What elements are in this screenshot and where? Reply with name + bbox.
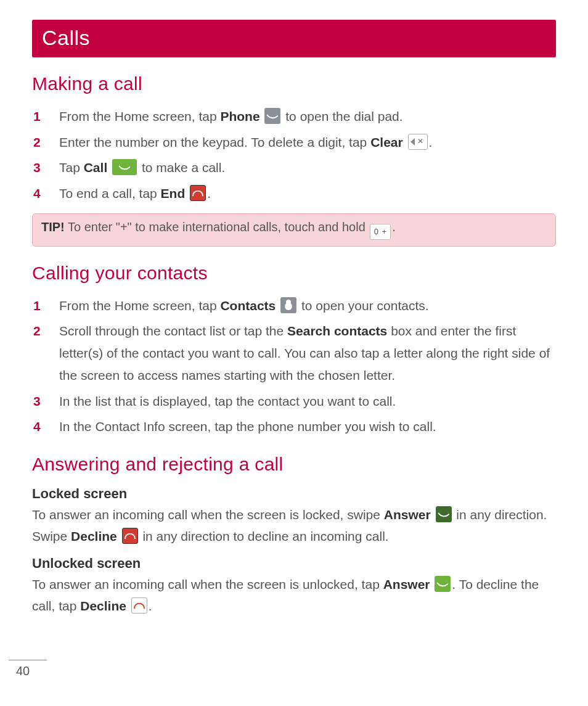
step-3: In the list that is displayed, tap the c… bbox=[32, 390, 556, 413]
page-number: 40 bbox=[9, 664, 47, 678]
call-icon bbox=[112, 159, 137, 175]
end-call-icon bbox=[190, 185, 206, 201]
page-number-wrap: 40 bbox=[9, 660, 47, 678]
step-2: Scroll through the contact list or tap t… bbox=[32, 320, 556, 386]
tip-label: TIP! bbox=[41, 220, 65, 234]
step-1: From the Home screen, tap Phone to open … bbox=[32, 105, 556, 128]
unlocked-paragraph: To answer an incoming call when the scre… bbox=[32, 574, 556, 617]
section-heading-answer: Answering and rejecting a call bbox=[32, 454, 556, 475]
decline-icon bbox=[122, 528, 138, 544]
step-4: In the Contact Info screen, tap the phon… bbox=[32, 416, 556, 438]
step-4: To end a call, tap End . bbox=[32, 183, 556, 205]
zero-plus-key-icon: 0 + bbox=[370, 224, 391, 240]
subheading-unlocked: Unlocked screen bbox=[32, 556, 556, 572]
step-3: Tap Call to make a call. bbox=[32, 157, 556, 179]
steps-making: From the Home screen, tap Phone to open … bbox=[32, 105, 556, 205]
subheading-locked: Locked screen bbox=[32, 486, 556, 502]
phone-icon bbox=[264, 108, 280, 124]
decline-icon bbox=[131, 597, 147, 614]
page-title: Calls bbox=[42, 26, 90, 49]
section-heading-contacts: Calling your contacts bbox=[32, 263, 556, 284]
locked-paragraph: To answer an incoming call when the scre… bbox=[32, 504, 556, 547]
section-heading-making: Making a call bbox=[32, 73, 556, 94]
clear-icon bbox=[408, 134, 428, 150]
step-1: From the Home screen, tap Contacts to op… bbox=[32, 295, 556, 317]
page-title-bar: Calls bbox=[32, 20, 556, 57]
step-2: Enter the number on the keypad. To delet… bbox=[32, 131, 556, 154]
contacts-icon bbox=[280, 297, 296, 313]
steps-contacts: From the Home screen, tap Contacts to op… bbox=[32, 295, 556, 438]
answer-icon bbox=[436, 506, 452, 522]
answer-icon bbox=[435, 576, 451, 592]
tip-box: TIP! To enter "+" to make international … bbox=[32, 213, 556, 247]
